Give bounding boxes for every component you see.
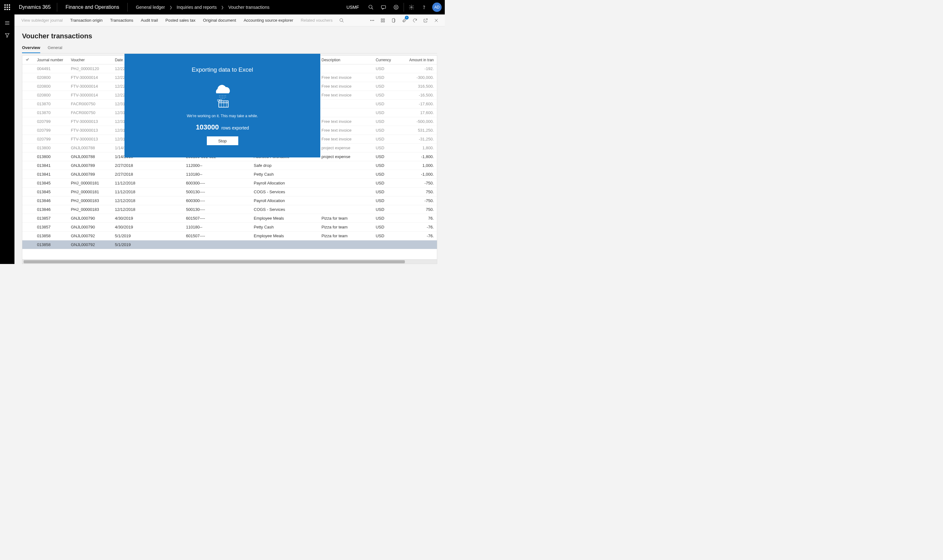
svg-rect-28 (383, 21, 385, 22)
feedback-icon[interactable] (390, 0, 402, 14)
svg-rect-27 (381, 21, 383, 22)
popout-icon[interactable] (420, 14, 431, 26)
modal-progress: 103000 rows exported (196, 123, 249, 131)
svg-point-13 (395, 6, 396, 7)
svg-rect-6 (5, 9, 6, 10)
attachments-badge: 0 (405, 16, 409, 20)
command-transaction-origin[interactable]: Transaction origin (66, 18, 106, 23)
svg-point-12 (394, 5, 398, 9)
svg-point-16 (424, 8, 424, 9)
chevron-right-icon: ❯ (221, 5, 224, 9)
command-view-subledger-journal: View subledger journal (18, 18, 66, 23)
svg-rect-36 (219, 101, 228, 107)
command-accounting-source-explorer[interactable]: Accounting source explorer (240, 18, 297, 23)
table-row[interactable]: 013846PHJ_0000018312/12/2018500130----CO… (22, 205, 437, 214)
app-launcher-button[interactable] (0, 0, 14, 14)
tab-strip: OverviewGeneral (22, 43, 437, 54)
grid-options-icon[interactable] (377, 14, 388, 26)
more-icon[interactable] (367, 14, 377, 26)
cloud-download-icon (210, 80, 235, 109)
table-row[interactable]: 013841GNJL0007892/27/2018110180--Petty C… (22, 170, 437, 179)
table-row[interactable]: 013857GNJL0007904/30/2019601507----Emplo… (22, 214, 437, 223)
tab-general[interactable]: General (48, 43, 62, 53)
svg-point-14 (397, 6, 397, 7)
help-icon[interactable] (418, 0, 430, 14)
module-label[interactable]: Finance and Operations (57, 5, 127, 10)
table-row[interactable]: 013858GNJL0007925/1/2019601507----Employ… (22, 232, 437, 240)
table-row[interactable]: 013858GNJL0007925/1/2019 (22, 240, 437, 249)
filter-icon[interactable] (5, 32, 10, 39)
table-row[interactable]: 013846PHJ_0000018312/12/2018600300----Pa… (22, 196, 437, 205)
chat-icon[interactable] (377, 0, 390, 14)
svg-rect-8 (9, 9, 10, 10)
command-bar: View subledger journalTransaction origin… (14, 14, 445, 26)
svg-rect-2 (9, 5, 10, 6)
column-header-desc[interactable]: Description (318, 55, 372, 65)
chevron-right-icon: ❯ (169, 5, 172, 9)
breadcrumb-item[interactable]: Inquiries and reports (177, 5, 217, 10)
column-header-voucher[interactable]: Voucher (68, 55, 112, 65)
top-bar: Dynamics 365 Finance and Operations Gene… (0, 0, 445, 14)
svg-rect-25 (381, 18, 383, 20)
export-modal: Exporting data to Excel We're working on… (125, 54, 320, 157)
modal-subtitle: We're working on it. This may take a whi… (187, 114, 258, 118)
rows-exported-label: rows exported (221, 125, 249, 131)
svg-rect-1 (6, 5, 8, 6)
stop-button[interactable]: Stop (207, 136, 238, 145)
svg-rect-11 (381, 6, 386, 8)
modal-title: Exporting data to Excel (192, 66, 253, 73)
breadcrumb: General ledger ❯ Inquiries and reports ❯… (128, 5, 269, 10)
table-row[interactable]: 013857GNJL0007904/30/2019110180--Petty C… (22, 223, 437, 232)
command-original-document[interactable]: Original document (199, 18, 240, 23)
search-icon[interactable] (365, 0, 377, 14)
scrollbar-thumb[interactable] (23, 260, 405, 263)
command-transactions[interactable]: Transactions (106, 18, 137, 23)
svg-rect-3 (5, 6, 6, 8)
svg-rect-4 (6, 6, 8, 8)
breadcrumb-item[interactable]: Voucher transactions (228, 5, 269, 10)
table-row[interactable]: 013845PHJ_0000018111/12/2018600300----Pa… (22, 179, 437, 188)
svg-line-10 (372, 8, 373, 9)
column-header-amt[interactable]: Amount in tran (403, 55, 437, 65)
company-picker[interactable]: USMF (341, 5, 365, 10)
brand-label[interactable]: Dynamics 365 (14, 5, 57, 10)
command-audit-trail[interactable]: Audit trail (137, 18, 162, 23)
topbar-right: USMF AD (341, 0, 445, 14)
tab-overview[interactable]: Overview (22, 43, 40, 53)
svg-point-9 (369, 5, 372, 8)
svg-rect-0 (5, 5, 6, 6)
svg-rect-26 (383, 18, 385, 20)
svg-point-23 (372, 20, 372, 21)
hamburger-icon[interactable] (5, 20, 10, 27)
svg-rect-7 (6, 9, 8, 10)
svg-point-22 (370, 20, 371, 21)
svg-line-21 (342, 21, 343, 22)
command-posted-sales-tax[interactable]: Posted sales tax (162, 18, 199, 23)
refresh-icon[interactable] (409, 14, 420, 26)
breadcrumb-item[interactable]: General ledger (136, 5, 165, 10)
column-header-check[interactable] (22, 55, 34, 65)
column-header-curr[interactable]: Currency (372, 55, 403, 65)
office-icon[interactable] (388, 14, 399, 26)
svg-point-15 (411, 6, 412, 8)
command-related-vouchers: Related vouchers (297, 18, 336, 23)
svg-rect-5 (9, 6, 10, 8)
left-rail (0, 14, 14, 264)
svg-point-20 (340, 18, 343, 22)
page-title: Voucher transactions (22, 32, 437, 40)
attachments-icon[interactable]: 0 (399, 14, 409, 26)
horizontal-scrollbar[interactable] (22, 259, 437, 264)
column-header-jn[interactable]: Journal number (34, 55, 68, 65)
settings-icon[interactable] (405, 0, 418, 14)
table-row[interactable]: 013845PHJ_0000018111/12/2018500130----CO… (22, 188, 437, 196)
table-row[interactable]: 013841GNJL0007892/27/2018112000--Safe dr… (22, 161, 437, 170)
cmd-search-icon[interactable] (336, 14, 347, 26)
close-icon[interactable] (431, 14, 442, 26)
avatar[interactable]: AD (432, 3, 442, 12)
rows-exported-count: 103000 (196, 123, 219, 131)
svg-point-24 (374, 20, 374, 21)
